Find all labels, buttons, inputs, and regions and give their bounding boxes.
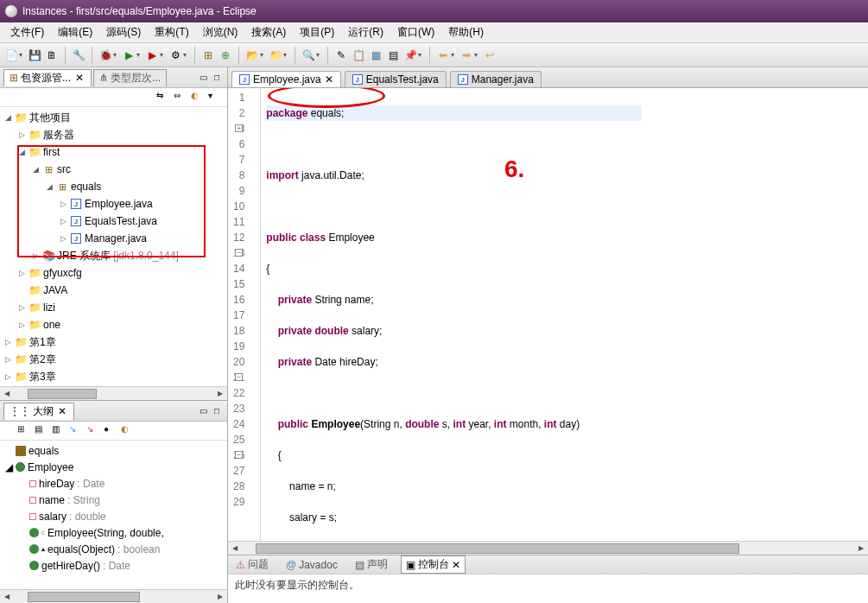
menu-window[interactable]: 窗口(W) bbox=[390, 23, 441, 41]
editor-tabs: JEmployee.java✕ JEqualsTest.java JManage… bbox=[228, 67, 868, 88]
hide-static-button[interactable]: ↘ bbox=[86, 424, 100, 438]
console-icon: ▣ bbox=[406, 559, 415, 571]
sort-button[interactable]: ⊞ bbox=[17, 424, 31, 438]
tree-node-equals-pkg[interactable]: ◢⊞equals bbox=[0, 178, 227, 195]
new-button[interactable]: 📄 bbox=[3, 48, 19, 63]
run-last-button[interactable]: ▶ bbox=[144, 48, 160, 63]
editor-tab-employee[interactable]: JEmployee.java✕ bbox=[231, 71, 341, 87]
editor-config-button[interactable]: ▤ bbox=[385, 48, 401, 63]
tab-console[interactable]: ▣控制台✕ bbox=[401, 555, 466, 574]
maximize-icon[interactable]: □ bbox=[211, 405, 223, 417]
tree-node-jre[interactable]: ▷📚JRE 系统库 [jdk1.8.0_144] bbox=[0, 247, 227, 264]
menu-file[interactable]: 文件(F) bbox=[3, 23, 51, 41]
save-all-button[interactable]: 🗎 bbox=[44, 48, 60, 63]
method-icon bbox=[29, 528, 39, 537]
tree-node-one[interactable]: ▷📁one bbox=[0, 316, 227, 333]
tree-node-ch3[interactable]: ▷📁第3章 bbox=[0, 368, 227, 385]
new-class-button[interactable]: ⊕ bbox=[218, 48, 233, 63]
close-icon[interactable]: ✕ bbox=[325, 73, 333, 86]
menu-project[interactable]: 项目(P) bbox=[293, 23, 341, 41]
tree-node-other[interactable]: ◢📁其他项目 bbox=[0, 109, 227, 126]
hide-local-button[interactable]: ◐ bbox=[121, 424, 135, 438]
run-button[interactable]: ▶ bbox=[121, 48, 136, 63]
package-explorer-tree[interactable]: ◢📁其他项目 ▷📁服务器 ◢📁first ◢⊞src ◢⊞equals ▷JEm… bbox=[0, 107, 227, 386]
menu-search[interactable]: 搜索(A) bbox=[244, 23, 293, 41]
tree-node-java[interactable]: 📁JAVA bbox=[0, 282, 227, 299]
collapse-all-button[interactable]: ⇆ bbox=[156, 91, 170, 105]
outline-class[interactable]: ◢Employee bbox=[0, 459, 227, 475]
tree-node-first[interactable]: ◢📁first bbox=[0, 143, 227, 161]
editor-h-scrollbar[interactable]: ◀▶ bbox=[228, 541, 868, 555]
menu-refactor[interactable]: 重构(T) bbox=[148, 23, 195, 41]
outline-method-gethireday[interactable]: getHireDay(): Date bbox=[0, 557, 227, 574]
outline-header: ⋮⋮ 大纲 ✕ ▭ □ bbox=[0, 401, 227, 422]
close-icon[interactable]: ✕ bbox=[56, 405, 68, 417]
filter-button[interactable]: ▤ bbox=[35, 424, 48, 438]
open-project-button[interactable]: 📂 bbox=[244, 48, 260, 63]
tree-node-ch1[interactable]: ▷📁第1章 bbox=[0, 333, 227, 351]
tree-node-ch2[interactable]: ▷📁第2章 bbox=[0, 351, 227, 368]
nav-forward-button[interactable]: ➡ bbox=[459, 48, 474, 63]
hide-nonpublic-button[interactable]: ● bbox=[104, 424, 117, 438]
tab-package-explorer[interactable]: ⊞ 包资源管... ✕ bbox=[3, 69, 92, 86]
close-icon[interactable]: ✕ bbox=[73, 72, 86, 84]
search-button[interactable]: 🔍 bbox=[301, 48, 316, 63]
menu-navigate[interactable]: 浏览(N) bbox=[196, 23, 245, 41]
code-editor[interactable]: 123+ 678 91011 1213−14 151617 181920 21−… bbox=[228, 88, 868, 541]
save-button[interactable]: 💾 bbox=[27, 48, 42, 63]
tree-node-equalstest[interactable]: ▷JEqualsTest.java bbox=[0, 213, 227, 230]
link-editor-button[interactable]: ⇔ bbox=[174, 91, 187, 105]
tab-type-hierarchy[interactable]: ⋔ 类型层次... bbox=[93, 69, 167, 86]
outline-tree[interactable]: equals ◢Employee hireDay: Date name: Str… bbox=[0, 441, 227, 589]
editor-tab-equalstest[interactable]: JEqualsTest.java bbox=[345, 71, 447, 87]
nav-back-button[interactable]: ⬅ bbox=[435, 48, 451, 63]
debug-button[interactable]: 🐞 bbox=[98, 48, 113, 63]
console-body: 此时没有要显示的控制台。 bbox=[228, 574, 868, 603]
pin-button[interactable]: 📌 bbox=[402, 48, 418, 63]
menu-run[interactable]: 运行(R) bbox=[341, 23, 390, 41]
outline-method-ctor[interactable]: cEmployee(String, double, bbox=[0, 524, 227, 541]
code-content[interactable]: package equals; import java.util.Date; p… bbox=[261, 88, 647, 541]
maximize-icon[interactable]: □ bbox=[211, 72, 223, 84]
open-folder-button[interactable]: 📁 bbox=[268, 48, 283, 63]
menu-edit[interactable]: 编辑(E) bbox=[51, 23, 99, 41]
menu-help[interactable]: 帮助(H) bbox=[441, 23, 491, 41]
editor-tab-manager[interactable]: JManager.java bbox=[450, 71, 542, 87]
new-package-button[interactable]: ⊞ bbox=[200, 48, 216, 63]
tab-outline[interactable]: ⋮⋮ 大纲 ✕ bbox=[3, 403, 74, 420]
h-scrollbar[interactable]: ◀▶ bbox=[0, 589, 227, 603]
close-icon[interactable]: ✕ bbox=[452, 559, 460, 571]
focus-button[interactable]: ◐ bbox=[191, 91, 205, 105]
tab-javadoc[interactable]: @Javadoc bbox=[282, 558, 342, 572]
tab-problems[interactable]: ⚠问题 bbox=[231, 556, 273, 573]
outline-field-hireday[interactable]: hireDay: Date bbox=[0, 475, 227, 492]
view-menu-button[interactable]: ▾ bbox=[208, 91, 222, 105]
minimize-icon[interactable]: ▭ bbox=[197, 72, 209, 84]
tree-node-employee[interactable]: ▷JEmployee.java bbox=[0, 195, 227, 213]
java-file-icon: J bbox=[69, 214, 83, 228]
tree-node-lizi[interactable]: ▷📁lizi bbox=[0, 299, 227, 316]
outline-field-name[interactable]: name: String bbox=[0, 492, 227, 508]
outline-field-salary[interactable]: salary: double bbox=[0, 508, 227, 524]
external-tools-button[interactable]: ⚙ bbox=[168, 48, 183, 63]
tree-node-gfyuxcfg[interactable]: ▷📁gfyuxcfg bbox=[0, 264, 227, 282]
task-button[interactable]: ▦ bbox=[368, 48, 383, 63]
tab-declaration[interactable]: ▤声明 bbox=[351, 556, 392, 573]
filter-button-2[interactable]: ▥ bbox=[52, 424, 66, 438]
menu-source[interactable]: 源码(S) bbox=[99, 23, 148, 41]
hide-fields-button[interactable]: ↘ bbox=[69, 424, 83, 438]
package-explorer-toolbar: ⇆ ⇔ ◐ ▾ bbox=[0, 88, 227, 107]
annotation-button[interactable]: 📋 bbox=[351, 48, 366, 63]
outline-method-equals[interactable]: ▴equals(Object): boolean bbox=[0, 541, 227, 557]
nav-last-edit-button[interactable]: ↩ bbox=[482, 48, 497, 63]
toggle-mark-button[interactable]: ✎ bbox=[333, 48, 349, 63]
h-scrollbar[interactable]: ◀▶ bbox=[0, 386, 227, 400]
tree-node-manager[interactable]: ▷JManager.java bbox=[0, 230, 227, 247]
outline-package[interactable]: equals bbox=[0, 442, 227, 459]
tree-node-src[interactable]: ◢⊞src bbox=[0, 161, 227, 178]
minimize-icon[interactable]: ▭ bbox=[197, 405, 209, 417]
bottom-views: ⚠问题 @Javadoc ▤声明 ▣控制台✕ bbox=[228, 555, 868, 574]
open-type-button[interactable]: 🔧 bbox=[71, 48, 86, 63]
java-file-icon: J bbox=[69, 197, 83, 211]
tree-node-server[interactable]: ▷📁服务器 bbox=[0, 126, 227, 143]
